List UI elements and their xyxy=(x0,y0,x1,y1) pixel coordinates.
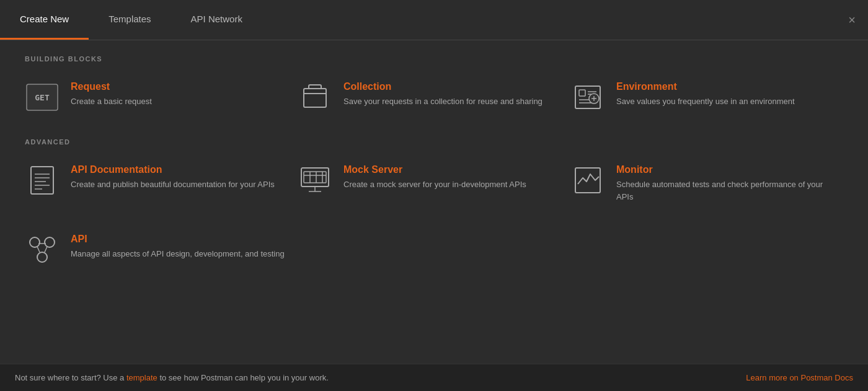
svg-point-28 xyxy=(45,237,55,247)
mock-server-text: Mock Server Create a mock server for you… xyxy=(343,164,558,191)
api-documentation-card[interactable]: API Documentation Create and publish bea… xyxy=(25,158,298,209)
svg-text:GET: GET xyxy=(35,93,50,102)
svg-line-31 xyxy=(37,247,40,252)
api-card[interactable]: API Manage all aspects of API design, de… xyxy=(25,227,298,272)
advanced-label: ADVANCED xyxy=(25,138,843,146)
tab-templates[interactable]: Templates xyxy=(89,0,170,40)
api-card-text: API Manage all aspects of API design, de… xyxy=(71,234,285,260)
mock-server-desc: Create a mock server for your in-develop… xyxy=(343,178,558,191)
request-card-text: Request Create a basic request xyxy=(71,81,285,108)
request-desc: Create a basic request xyxy=(71,95,285,108)
building-blocks-row: GET Request Create a basic request Colle… xyxy=(25,75,843,120)
main-content: BUILDING BLOCKS GET Request Create a bas… xyxy=(0,40,868,391)
api-desc: Manage all aspects of API design, develo… xyxy=(71,248,285,260)
collection-title: Collection xyxy=(343,81,558,92)
svg-rect-4 xyxy=(579,90,585,96)
mock-server-card[interactable]: Mock Server Create a mock server for you… xyxy=(298,158,570,209)
svg-rect-12 xyxy=(31,167,53,194)
environment-icon xyxy=(570,81,605,113)
api-documentation-desc: Create and publish beautiful documentati… xyxy=(71,178,285,191)
api-documentation-title: API Documentation xyxy=(71,164,285,175)
api-row: API Manage all aspects of API design, de… xyxy=(25,227,843,272)
mock-server-title: Mock Server xyxy=(343,164,558,175)
monitor-card[interactable]: Monitor Schedule automated tests and che… xyxy=(570,158,843,209)
environment-title: Environment xyxy=(616,81,831,92)
tab-api-network[interactable]: API Network xyxy=(171,0,262,40)
get-icon: GET xyxy=(25,81,60,113)
monitor-icon xyxy=(570,164,605,196)
mock-icon xyxy=(298,164,332,196)
environment-card-text: Environment Save values you frequently u… xyxy=(616,81,831,108)
collection-desc: Save your requests in a collection for r… xyxy=(343,95,558,108)
template-link[interactable]: template xyxy=(126,373,157,382)
footer-bar: Not sure where to start? Use a template … xyxy=(0,364,868,391)
footer-text: Not sure where to start? Use a template … xyxy=(15,373,329,382)
request-card[interactable]: GET Request Create a basic request xyxy=(25,75,298,120)
docs-icon xyxy=(25,164,60,196)
environment-card[interactable]: Environment Save values you frequently u… xyxy=(570,75,843,120)
api-documentation-text: API Documentation Create and publish bea… xyxy=(71,164,285,191)
collection-icon xyxy=(298,81,332,113)
header: Create New Templates API Network × xyxy=(0,0,868,40)
close-button[interactable]: × xyxy=(848,14,856,26)
svg-point-27 xyxy=(30,237,40,247)
monitor-title: Monitor xyxy=(616,164,831,175)
svg-point-29 xyxy=(37,252,47,262)
svg-line-32 xyxy=(45,247,47,252)
advanced-row: API Documentation Create and publish bea… xyxy=(25,158,843,209)
environment-desc: Save values you frequently use in an env… xyxy=(616,95,831,108)
api-icon xyxy=(25,234,60,266)
learn-more-link[interactable]: Learn more on Postman Docs xyxy=(746,373,853,382)
collection-card-text: Collection Save your requests in a colle… xyxy=(343,81,558,108)
monitor-text: Monitor Schedule automated tests and che… xyxy=(616,164,831,203)
svg-rect-18 xyxy=(301,168,329,187)
building-blocks-label: BUILDING BLOCKS xyxy=(25,55,843,63)
monitor-desc: Schedule automated tests and check perfo… xyxy=(616,178,831,203)
tab-create-new[interactable]: Create New xyxy=(0,0,89,40)
collection-card[interactable]: Collection Save your requests in a colle… xyxy=(298,75,570,120)
svg-rect-2 xyxy=(304,89,326,107)
api-title: API xyxy=(71,234,285,245)
request-title: Request xyxy=(71,81,285,92)
